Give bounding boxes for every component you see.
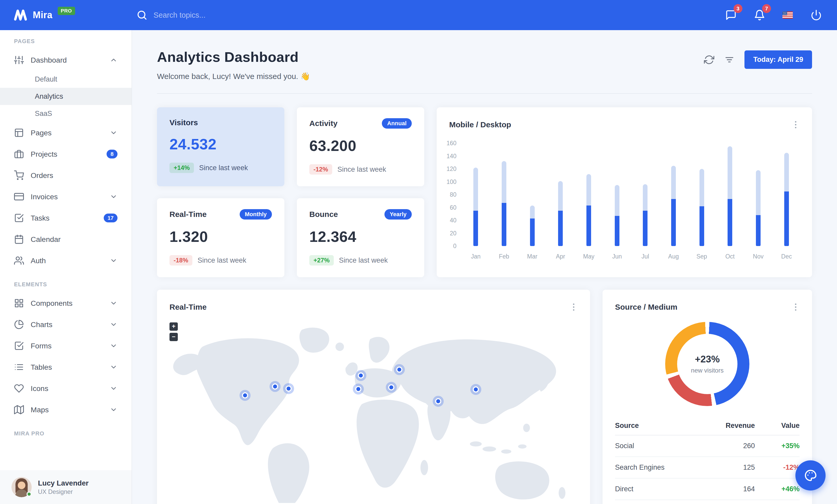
mobile-bar-segment: [615, 216, 620, 246]
sign-out-button[interactable]: [809, 8, 823, 22]
source-cell: Search Engines: [615, 457, 703, 478]
sidebar-item-tables[interactable]: Tables: [0, 356, 131, 378]
map-zoom-controls: + −: [170, 322, 178, 341]
y-axis-label: 140: [447, 152, 457, 160]
stacked-bar[interactable]: [671, 143, 676, 246]
desktop-bar-segment: [586, 174, 591, 205]
stacked-bar[interactable]: [615, 143, 620, 246]
sidebar-item-label: Tables: [31, 363, 52, 372]
sidebar-item-label: Pages: [31, 129, 52, 137]
sidebar-item-label: Icons: [31, 384, 48, 393]
world-map: + −: [157, 317, 590, 503]
world-map-svg: [162, 317, 585, 503]
map-marker[interactable]: [283, 383, 294, 394]
stacked-bar[interactable]: [558, 143, 563, 246]
x-axis-label: Apr: [556, 246, 565, 260]
sidebar-item-charts[interactable]: Charts: [0, 314, 131, 335]
card-title: Source / Medium: [615, 303, 677, 312]
sidebar-item-projects[interactable]: Projects8: [0, 144, 131, 165]
sidebar-item-tasks[interactable]: Tasks17: [0, 207, 131, 229]
filter-button[interactable]: [724, 55, 735, 65]
stat-value: 12.364: [309, 228, 412, 245]
stacked-bar[interactable]: [784, 143, 789, 246]
x-axis-label: May: [583, 246, 594, 260]
pie-chart-icon: [14, 320, 24, 330]
sidebar-item-orders[interactable]: Orders: [0, 165, 131, 186]
sidebar-item-auth[interactable]: Auth: [0, 250, 131, 271]
x-axis-label: Aug: [668, 246, 679, 260]
sidebar-item-dashboard[interactable]: Dashboard: [0, 49, 131, 71]
activity-card: Activity Annual 63.200 -12% Since last w…: [297, 107, 424, 186]
sidebar-subitem-default[interactable]: Default: [0, 71, 131, 88]
x-axis-label: Jun: [612, 246, 622, 260]
brand[interactable]: Mira PRO: [14, 9, 75, 21]
zoom-in-button[interactable]: +: [170, 322, 178, 331]
messages-button[interactable]: 3: [724, 8, 738, 22]
map-marker[interactable]: [470, 384, 481, 395]
desktop-bar-segment: [728, 146, 732, 199]
sidebar-item-label: Projects: [31, 150, 57, 158]
column-header: Revenue: [703, 416, 755, 435]
chevron-down-icon: [110, 129, 118, 137]
x-axis-label: Oct: [725, 246, 735, 260]
refresh-button[interactable]: [704, 55, 714, 65]
language-button[interactable]: [781, 10, 795, 20]
more-vertical-icon: [791, 302, 801, 312]
bar-column: Oct: [716, 143, 744, 260]
sidebar-item-components[interactable]: Components: [0, 293, 131, 314]
stat-change-badge: -12%: [309, 164, 332, 174]
stacked-bar[interactable]: [502, 143, 506, 246]
more-options-button[interactable]: [790, 119, 802, 131]
map-marker[interactable]: [353, 384, 364, 394]
sidebar-item-invoices[interactable]: Invoices: [0, 186, 131, 207]
stat-note: Since last week: [337, 166, 386, 173]
sidebar-item-label: Invoices: [31, 192, 58, 201]
date-range-button[interactable]: Today: April 29: [745, 50, 812, 69]
stat-note: Since last week: [339, 257, 388, 264]
map-marker[interactable]: [270, 381, 281, 392]
bounce-card: Bounce Yearly 12.364 +27% Since last wee…: [297, 198, 424, 277]
more-options-button[interactable]: [568, 301, 580, 313]
sidebar-subitem-saas[interactable]: SaaS: [0, 105, 131, 122]
check-square-icon: [14, 341, 24, 351]
sidebar-item-icons[interactable]: Icons: [0, 378, 131, 399]
map-marker[interactable]: [394, 364, 405, 375]
period-badge[interactable]: Monthly: [240, 209, 272, 220]
notifications-button[interactable]: 7: [752, 8, 767, 22]
value-cell: +35%: [755, 435, 800, 457]
desktop-bar-segment: [643, 184, 647, 210]
stacked-bar[interactable]: [643, 143, 647, 246]
briefcase-icon: [14, 149, 24, 159]
more-vertical-icon: [791, 120, 801, 130]
bar-column: Jul: [631, 143, 659, 260]
realtime-card: Real-Time Monthly 1.320 -18% Since last …: [157, 198, 284, 277]
stacked-bar[interactable]: [530, 143, 535, 246]
zoom-out-button[interactable]: −: [170, 333, 178, 341]
stacked-bar[interactable]: [756, 143, 761, 246]
sidebar-subitem-analytics[interactable]: Analytics: [0, 88, 131, 105]
map-marker[interactable]: [355, 370, 366, 381]
bar-column: Apr: [546, 143, 575, 260]
more-options-button[interactable]: [790, 301, 802, 313]
map-marker[interactable]: [240, 390, 251, 401]
period-badge[interactable]: Annual: [382, 118, 412, 129]
stacked-bar[interactable]: [699, 143, 704, 246]
stacked-bar[interactable]: [473, 143, 478, 246]
sidebar-item-maps[interactable]: Maps: [0, 399, 131, 421]
stacked-bar[interactable]: [586, 143, 591, 246]
stacked-bar[interactable]: [728, 143, 732, 246]
map-marker[interactable]: [386, 382, 397, 393]
sidebar-item-forms[interactable]: Forms: [0, 335, 131, 356]
search-input[interactable]: [154, 11, 309, 19]
sidebar-item-pages[interactable]: Pages: [0, 122, 131, 144]
brand-name: Mira: [33, 10, 53, 20]
theme-settings-button[interactable]: [796, 460, 825, 490]
user-profile[interactable]: Lucy Lavender UX Designer: [0, 470, 131, 504]
sidebar-item-calendar[interactable]: Calendar: [0, 229, 131, 250]
donut-center-label: +23% new visitors: [665, 322, 749, 406]
list-icon: [14, 362, 24, 372]
map-marker[interactable]: [433, 396, 444, 407]
period-badge[interactable]: Yearly: [385, 209, 412, 220]
user-info: Lucy Lavender UX Designer: [38, 479, 89, 496]
sidebar-item-label: Dashboard: [31, 56, 67, 64]
